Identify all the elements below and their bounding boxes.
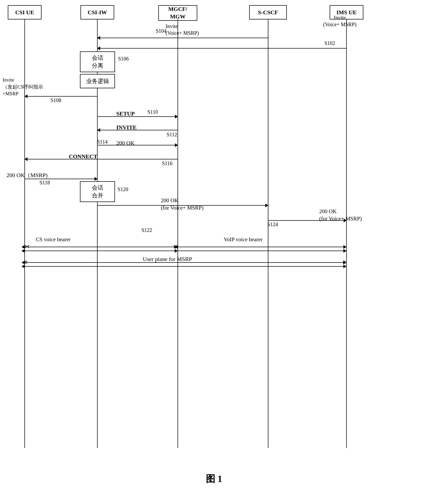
- label-s114: S114: [97, 139, 107, 145]
- label-s104: S104: [156, 28, 166, 34]
- arrow-s118: [25, 179, 97, 179]
- zigzag-cs-left: ⋈: [25, 244, 29, 249]
- label-s118: S118: [39, 180, 50, 186]
- label-s112: S112: [167, 132, 177, 138]
- participant-mgcf-mgw: MGCF/MGW: [158, 5, 197, 21]
- label-user-plane-msrp: User plane for MSRP: [143, 256, 192, 263]
- label-invite: INVITE: [116, 124, 137, 131]
- cs-voice-bearer-line2: [25, 251, 178, 251]
- arrow-s112: [97, 130, 178, 130]
- msrp-left-arrow2: [22, 265, 25, 268]
- cs-voice-bearer-line: [25, 247, 178, 247]
- arrow-s116: [25, 159, 178, 159]
- label-s102: S102: [324, 40, 335, 46]
- msrp-line2: [25, 266, 347, 267]
- lifeline-ims-ue: [346, 19, 347, 448]
- cs-voice-left-arrow: [22, 245, 25, 249]
- ims-ue-to-s102-vertical: [346, 19, 347, 49]
- arrow-s104: [97, 38, 268, 38]
- label-cs-voice-bearer: CS voice bearer: [36, 236, 71, 243]
- arrow-s102: [97, 48, 347, 49]
- lifeline-s-cscf: [268, 19, 268, 448]
- figure-label: 图 1: [0, 473, 428, 483]
- msrp-right-arrow2: [343, 265, 347, 268]
- label-invite-cs: Invite（发起CS呼叫指示+MSRP: [3, 77, 43, 97]
- label-invite-ims-s104: Invite(Voice+ MSRP): [166, 23, 199, 36]
- participant-s-cscf: S-CSCF: [249, 5, 287, 19]
- sequence-diagram: CSI UE CSI-IW MGCF/MGW S-CSCF IMS UE S10…: [0, 0, 428, 488]
- cs-voice-right-arrow2: [175, 249, 178, 253]
- participant-csi-iw: CSI-IW: [80, 5, 114, 19]
- label-invite-voice-msrp-top: Invite(Voice+ MSRP): [323, 14, 356, 28]
- label-setup: SETUP: [116, 110, 135, 117]
- label-s120: S120: [118, 186, 128, 192]
- voip-voice-left-arrow: [175, 245, 178, 249]
- session-merge-box: 会话合并: [80, 181, 115, 202]
- lifeline-mgcf-mgw: [178, 19, 178, 448]
- participant-csi-ue: CSI UE: [8, 5, 42, 19]
- cs-voice-left-arrow2: [22, 249, 25, 253]
- label-200ok-msrp: 200 OK（MSRP): [6, 171, 47, 179]
- business-logic-box: 业务逻辑: [80, 74, 115, 88]
- voip-voice-right-arrow: [343, 245, 347, 249]
- label-voip-voice-bearer: VoIP voice bearer: [224, 236, 262, 243]
- label-s124: S124: [267, 221, 278, 227]
- s106-line: [115, 62, 116, 62]
- session-split-box: 会话分离: [80, 51, 115, 72]
- zigzag-msrp-right1: ≋: [341, 260, 347, 264]
- label-200ok-voice-msrp-s120: 200 OK(for Voice+ MSRP): [161, 197, 203, 212]
- voip-voice-bearer-line: [178, 247, 347, 247]
- label-connect: CONNECT: [69, 153, 97, 160]
- voip-voice-bearer-line2: [178, 251, 347, 251]
- label-s122: S122: [141, 227, 152, 233]
- label-s106: S106: [118, 56, 129, 62]
- label-s110: S110: [147, 109, 158, 115]
- arrow-s114: [97, 145, 178, 145]
- label-200ok-voice-msrp-s124: 200 OK(for Voice+ MSRP): [319, 208, 362, 223]
- label-s116: S116: [162, 160, 172, 166]
- label-200ok-s114: 200 OK: [116, 140, 134, 146]
- voip-voice-right-arrow2: [343, 249, 347, 253]
- zigzag-msrp-left1: ≋: [23, 260, 29, 264]
- label-s108: S108: [51, 97, 61, 103]
- arrow-s110: [97, 116, 178, 117]
